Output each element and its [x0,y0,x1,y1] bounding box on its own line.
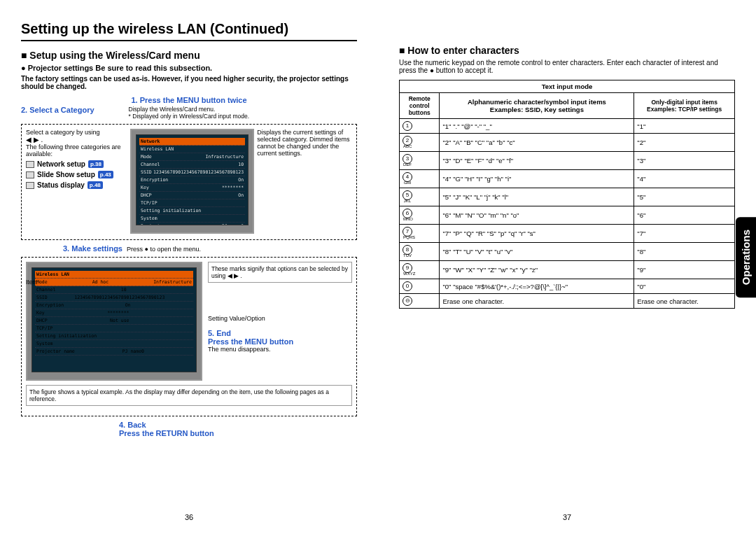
remote-key-8: 8TUV [402,245,412,255]
step5-note: The menu disappears. [208,346,352,353]
remote-key-0: 0 [402,281,412,291]
alpha-cell: "6" "M" "N" "O" "m" "n" "o" [440,206,634,225]
remote-key-3: 3DEF [402,154,412,164]
table-row: 4GHI"4" "G" "H" "I" "g" "h" "i""4" [400,170,735,188]
setting-label: Setting Value/Option [208,315,352,322]
col-alpha-b: Examples: SSID, Key settings [442,106,631,113]
network-icon [26,161,34,168]
remote-key-1: 1 [402,121,412,131]
col-digit-a: Only-digital input items [637,99,732,106]
left-page: Setting up the wireless LAN (Continued) … [0,0,378,534]
step1-note2: * Displayed only in Wireless/Card input … [129,113,249,120]
alpha-cell: "5" "J" "K" "L" "j" "k" "l" [440,188,634,206]
char-intro: Use the numeric keypad on the remote con… [399,59,735,74]
col-digit-b: Examples: TCP/IP settings [637,106,732,113]
digit-cell: "1" [634,119,735,134]
col-alpha-a: Alphanumeric character/symbol input item… [442,98,631,106]
table-row: 1"1" "." "@" "-" "_""1" [400,119,735,134]
alpha-cell: "8" "T" "U" "V" "t" "u" "v" [440,243,634,261]
table-row: 0"0" "space "#$%&'()*+,-./:;<=>?@[\]^_`{… [400,279,735,294]
step1-title: 1. Press the MENU button twice [21,96,357,104]
alpha-cell: "3" "D" "E" "F" "d" "e" "f" [440,152,634,170]
slideshow-icon [26,171,34,178]
table-row: ⊖Erase one character.Erase one character… [400,294,735,309]
digit-cell: Erase one character. [634,294,735,309]
step3-title: 3. Make settings [63,244,122,253]
digit-cell: "6" [634,206,735,225]
pageref-network[interactable]: p.38 [88,160,104,168]
category-box: Select a category by using ◀ ▶ . The fol… [21,124,357,240]
remote-key-5: 5JKL [402,190,412,200]
input-mode-table: Text input mode Remote control buttons A… [399,80,735,309]
remote-key-2: 2ABC [402,136,412,146]
cat-status: Status displayp.48 [26,181,127,189]
step5-a: 5. End [208,329,352,337]
sub1: Projector settings Be sure to read this … [21,64,357,72]
pageref-slide[interactable]: p.43 [98,171,113,178]
alpha-cell: "7" "P" "Q" "R" "S" "p" "q" "r" "s" [440,225,634,243]
table-row: 8TUV"8" "T" "U" "V" "t" "u" "v""8" [400,243,735,261]
digit-cell: "8" [634,243,735,261]
settings-box: Wireless LANModeAd hocInfrastructureChan… [21,257,357,416]
remote-key-7: 7PQRS [402,227,412,237]
cat-intro2: The following three categories are avail… [26,143,127,157]
arrow-icons: ◀ ▶ . [26,136,127,143]
fig-note: The figure shows a typical example. As t… [26,385,352,406]
digit-cell: "2" [634,134,735,152]
alpha-cell: "9" "W" "X" "Y" "Z" "w" "x" "y" "z" [440,261,634,279]
digit-cell: "9" [634,261,735,279]
digit-cell: "5" [634,188,735,206]
step5-b: Press the MENU button [208,337,352,346]
digit-cell: "0" [634,279,735,294]
status-icon [26,182,34,189]
projector-menu-screenshot: NetworkWireless LANModeInfrastructureCha… [130,129,254,234]
table-row: 3DEF"3" "D" "E" "F" "d" "e" "f""3" [400,152,735,170]
step4-b: Press the RETURN button [119,429,357,437]
alpha-cell: "1" "." "@" "-" "_" [440,119,634,134]
step4-a: 4. Back [119,421,357,429]
cat-intro1: Select a category by using [26,129,127,136]
step1-note1: Display the Wireless/Card menu. [129,106,216,113]
step2-title: 2. Select a Category [21,106,129,120]
right-page: ■ How to enter characters Use the numeri… [378,0,756,534]
char-heading: ■ How to enter characters [399,45,735,56]
table-row: 2ABC"2" "A" "B" "C" "a" "b" "c""2" [400,134,735,152]
remote-key-6: 6MNO [402,209,412,218]
side-tab-operations[interactable]: Operations [736,217,756,297]
digit-cell: "3" [634,152,735,170]
left-pagenum: 36 [185,513,193,521]
alpha-cell: "0" "space "#$%&'()*+,-./:;<=>?@[\]^_`{|… [440,279,634,294]
alpha-cell: "4" "G" "H" "I" "g" "h" "i" [440,170,634,188]
projector-settings-screenshot: Wireless LANModeAd hocInfrastructureChan… [26,262,202,381]
right-pagenum: 37 [563,513,571,521]
page-title: Setting up the wireless LAN (Continued) [21,21,357,41]
table-row: 5JKL"5" "J" "K" "L" "j" "k" "l""5" [400,188,735,206]
cat-slideshow: Slide Show setupp.43 [26,171,127,178]
step3-note: Press ● to open the menu. [127,246,201,253]
alpha-cell: "2" "A" "B" "C" "a" "b" "c" [440,134,634,152]
setup-heading: ■ Setup using the Wireless/Card menu [21,50,357,61]
digit-cell: "7" [634,225,735,243]
table-row: 9WXYZ"9" "W" "X" "Y" "Z" "w" "x" "y" "z"… [400,261,735,279]
sub1-note: The factory settings can be used as-is. … [21,75,357,90]
table-row: 6MNO"6" "M" "N" "O" "m" "n" "o""6" [400,206,735,225]
col-remote: Remote control buttons [400,93,440,119]
right-note: Displays the current settings of selecte… [254,129,352,234]
table-caption: Text input mode [400,80,735,93]
table-row: 7PQRS"7" "P" "Q" "R" "S" "p" "q" "r" "s"… [400,225,735,243]
pageref-status[interactable]: p.48 [88,181,103,189]
cat-network: Network setupp.38 [26,160,127,168]
digit-cell: "4" [634,170,735,188]
marks-note: These marks signify that options can be … [208,262,352,283]
remote-key-4: 4GHI [402,172,412,182]
alpha-cell: Erase one character. [440,294,634,309]
remote-key-CLR: ⊖ [402,296,412,306]
item-label: Item [26,279,38,286]
remote-key-9: 9WXYZ [402,263,412,273]
